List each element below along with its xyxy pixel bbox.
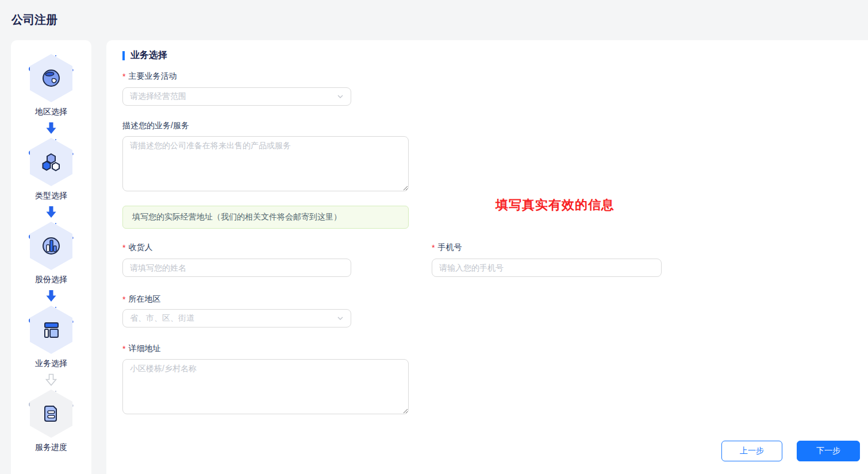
sidebar-item-shares[interactable]: 股份选择 — [25, 222, 77, 286]
globe-icon — [39, 65, 64, 91]
step-icon-wrap — [25, 390, 77, 438]
field-label-text: 详细地址 — [128, 344, 160, 354]
address-notice-text: 填写您的实际经营地址（我们的相关文件将会邮寄到这里） — [132, 212, 341, 222]
shares-chart-icon — [39, 233, 64, 259]
business-form-card: 业务选择 * 主要业务活动 请选择经营范围 描述您的业务/服务 填写您的实际经营… — [106, 40, 868, 474]
hexagon-badge — [30, 222, 72, 270]
hexagon-badge — [30, 138, 72, 186]
decor-dot — [55, 223, 56, 224]
progress-doc-icon — [39, 401, 64, 426]
business-activity-label: * 主要业务活动 — [122, 71, 176, 82]
sidebar-item-label: 类型选择 — [35, 191, 67, 202]
annotation-text: 填写真实有效的信息 — [496, 196, 614, 214]
hexagon-badge — [30, 54, 72, 102]
field-label-text: 手机号 — [437, 242, 462, 253]
field-label-text: 描述您的业务/服务 — [122, 121, 189, 131]
required-marker: * — [122, 72, 125, 81]
required-marker: * — [432, 243, 435, 252]
sidebar-item-type[interactable]: 类型选择 — [25, 138, 77, 202]
step-arrow-down-outline-icon — [45, 373, 57, 386]
sidebar-item-label: 股份选择 — [35, 275, 67, 286]
decor-dot — [55, 55, 56, 56]
step-arrow-down-icon — [45, 122, 57, 134]
section-header: 业务选择 — [122, 49, 167, 61]
required-marker: * — [122, 295, 125, 304]
step-arrow-down-icon — [45, 206, 57, 218]
region-select[interactable]: 省、市、区、街道 — [122, 309, 351, 327]
sidebar-item-region[interactable]: 地区选择 — [25, 54, 77, 118]
sidebar-item-progress[interactable]: 服务进度 — [25, 390, 77, 454]
select-placeholder: 请选择经营范围 — [130, 91, 186, 102]
section-accent-bar — [122, 51, 125, 60]
steps-sidebar: 地区选择 类型选择 — [11, 40, 91, 474]
step-arrow-down-icon — [45, 290, 57, 302]
sidebar-item-label: 地区选择 — [35, 107, 67, 118]
recipient-label: * 收货人 — [122, 242, 152, 253]
page-title: 公司注册 — [11, 12, 57, 28]
recipient-input[interactable] — [122, 259, 351, 277]
required-marker: * — [122, 344, 125, 353]
hexagon-badge — [30, 306, 72, 354]
detailed-address-textarea[interactable] — [122, 359, 409, 414]
select-placeholder: 省、市、区、街道 — [130, 313, 194, 323]
decor-dot — [55, 139, 56, 140]
decor-dot — [55, 307, 56, 308]
chevron-down-icon — [337, 315, 344, 322]
step-icon-wrap — [25, 138, 77, 186]
field-label-text: 所在地区 — [128, 294, 160, 305]
next-step-button[interactable]: 下一步 — [797, 441, 860, 461]
step-icon-wrap — [25, 222, 77, 270]
section-title: 业务选择 — [130, 49, 167, 61]
hexagons-icon — [39, 149, 64, 175]
region-label: * 所在地区 — [122, 294, 160, 305]
phone-input[interactable] — [432, 259, 662, 277]
required-marker: * — [122, 243, 125, 252]
layout-icon — [39, 317, 64, 342]
detailed-address-label: * 详细地址 — [122, 344, 160, 354]
business-description-label: 描述您的业务/服务 — [122, 121, 189, 131]
business-description-textarea[interactable] — [122, 136, 409, 191]
decor-dot — [55, 391, 56, 392]
chevron-down-icon — [337, 93, 344, 100]
address-notice-alert: 填写您的实际经营地址（我们的相关文件将会邮寄到这里） — [122, 206, 409, 229]
step-icon-wrap — [25, 54, 77, 102]
business-activity-select[interactable]: 请选择经营范围 — [122, 87, 351, 106]
phone-label: * 手机号 — [432, 242, 462, 253]
sidebar-item-label: 业务选择 — [35, 359, 67, 370]
field-label-text: 收货人 — [128, 242, 152, 253]
sidebar-item-label: 服务进度 — [35, 442, 67, 454]
step-icon-wrap — [25, 306, 77, 354]
sidebar-item-business[interactable]: 业务选择 — [25, 306, 77, 370]
previous-step-button[interactable]: 上一步 — [721, 441, 782, 461]
hexagon-badge — [30, 390, 72, 438]
field-label-text: 主要业务活动 — [128, 71, 176, 82]
